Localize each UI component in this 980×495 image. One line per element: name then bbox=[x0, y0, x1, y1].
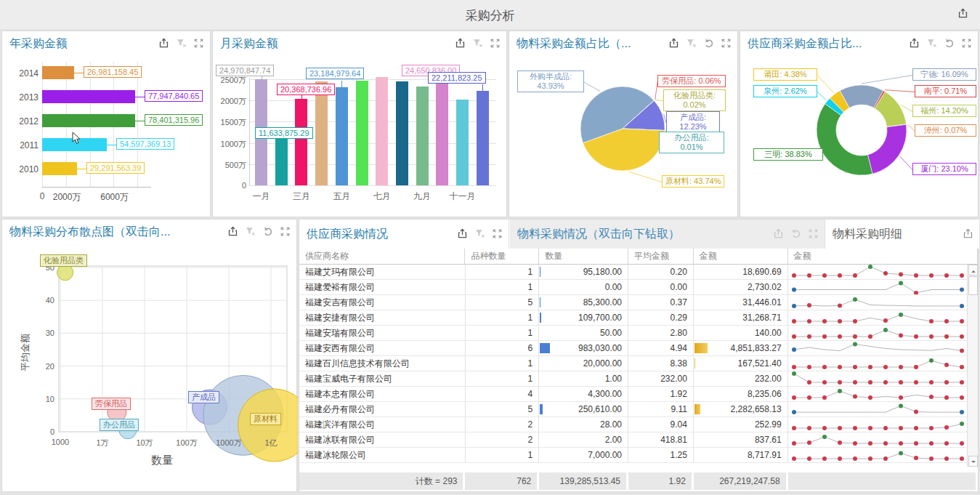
table-row[interactable]: 福建冰联有限公司22.00418.81837.61 bbox=[299, 432, 978, 448]
table-row[interactable]: 福建爱裕有限公司10.000.002,730.02 bbox=[299, 280, 978, 295]
export-icon[interactable] bbox=[457, 228, 468, 239]
column-header-3[interactable]: 平均金额 bbox=[628, 249, 694, 265]
export-icon[interactable] bbox=[227, 226, 238, 237]
fullscreen-icon[interactable] bbox=[721, 38, 732, 49]
bar-2010[interactable] bbox=[42, 162, 77, 175]
undo-icon[interactable] bbox=[262, 226, 273, 237]
table-row[interactable]: 福建百川信息技术有限公司120,000.008.38167,521.40 bbox=[299, 356, 978, 371]
table-panel-headers: 供应商采购情况 物料采购情况（双击向下钻取） 物料采购明细 bbox=[299, 220, 978, 249]
fullscreen-icon[interactable] bbox=[808, 228, 819, 239]
clear-filter-icon[interactable] bbox=[472, 38, 483, 49]
sparkline bbox=[790, 280, 964, 295]
tab-material-purchase[interactable]: 物料采购情况（双击向下钻取） bbox=[510, 220, 825, 249]
bar-六月[interactable] bbox=[356, 81, 368, 185]
tab-material-detail[interactable]: 物料采购明细 bbox=[825, 220, 979, 249]
panel-header: 年采购金额 bbox=[2, 31, 210, 56]
bar-八月[interactable] bbox=[396, 81, 408, 185]
column-header-4[interactable]: 金额 bbox=[694, 249, 788, 265]
undo-icon[interactable] bbox=[790, 228, 801, 239]
bubble-化验用品类[interactable] bbox=[57, 265, 73, 281]
callout-stem bbox=[482, 84, 483, 91]
clear-filter-icon[interactable] bbox=[245, 226, 256, 237]
undo-icon[interactable] bbox=[703, 38, 714, 49]
x-tick-label: 1000万 bbox=[210, 438, 248, 448]
bar-二月[interactable] bbox=[275, 136, 288, 185]
footer-cell: 267,219,247.58 bbox=[694, 472, 786, 490]
column-header-0[interactable]: 供应商名称 bbox=[299, 249, 465, 265]
fullscreen-icon[interactable] bbox=[961, 38, 972, 49]
slice-三明[interactable] bbox=[817, 104, 872, 175]
cell: 1 bbox=[466, 310, 540, 326]
scroll-down-button[interactable] bbox=[968, 456, 978, 467]
cell: 福建必丹有限公司 bbox=[299, 402, 466, 417]
export-icon[interactable] bbox=[455, 38, 466, 49]
cell: 2,730.02 bbox=[694, 280, 788, 295]
slice-label-产成品: 产成品:12.23% bbox=[666, 111, 720, 133]
scroll-up-button[interactable] bbox=[968, 265, 978, 275]
table-row[interactable]: 福建安西有限公司6983,030.004.944,851,833.27 bbox=[299, 341, 978, 356]
bar-三月[interactable] bbox=[295, 99, 307, 185]
table-row[interactable]: 福建安吉有限公司585,300.000.3731,446.01 bbox=[299, 295, 978, 310]
cell: 232.00 bbox=[694, 371, 788, 387]
y-tick-label: 0 bbox=[33, 427, 54, 436]
y-category-label: 2010 bbox=[9, 164, 39, 174]
undo-icon[interactable] bbox=[944, 38, 955, 49]
bar-五月[interactable] bbox=[336, 87, 348, 185]
table-row[interactable]: 福建艾玛有限公司195,180.000.2018,690.69 bbox=[299, 265, 978, 280]
footer-cell: 762 bbox=[465, 472, 537, 490]
export-icon[interactable] bbox=[963, 228, 973, 239]
table-row[interactable]: 福建宝威电子有限公司11.00232.00232.00 bbox=[299, 371, 978, 387]
bar-四月[interactable] bbox=[315, 81, 328, 185]
callout-connector bbox=[74, 73, 84, 73]
export-icon[interactable] bbox=[773, 228, 784, 239]
cell: 20,000.00 bbox=[539, 356, 628, 371]
export-icon[interactable] bbox=[668, 38, 679, 49]
table-row[interactable]: 福建安瑞有限公司150.002.80140.00 bbox=[299, 326, 978, 341]
table-row[interactable]: 福建本忠有限公司44,300.001.928,235.06 bbox=[299, 387, 978, 402]
sparkline bbox=[790, 310, 964, 326]
clear-filter-icon[interactable] bbox=[474, 228, 485, 239]
x-tick-label: 九月 bbox=[405, 190, 440, 203]
bar-七月[interactable] bbox=[376, 77, 388, 185]
callout-connector bbox=[135, 97, 145, 97]
cell: 0.00 bbox=[628, 280, 694, 295]
column-header-2[interactable]: 数量 bbox=[539, 249, 628, 265]
panel-supplier-table: 供应商采购情况 物料采购情况（双击向下钻取） 物料采购明细 bbox=[299, 219, 979, 492]
bar-十月[interactable] bbox=[436, 81, 448, 185]
fullscreen-icon[interactable] bbox=[193, 38, 204, 49]
column-header-1[interactable]: 品种数量 bbox=[465, 249, 539, 265]
clear-filter-icon[interactable] bbox=[686, 38, 697, 49]
bar-十一月[interactable] bbox=[456, 100, 469, 185]
table-row[interactable]: 福建冰轮限公司17,000.001.258,717.91 bbox=[299, 448, 978, 463]
bar-2013[interactable] bbox=[42, 90, 135, 103]
column-header-5[interactable]: 金额 bbox=[788, 249, 978, 265]
slice-厦门[interactable] bbox=[867, 124, 907, 174]
table-row[interactable]: 福建滨洋有限公司228.009.04252.99 bbox=[299, 417, 978, 432]
export-icon[interactable] bbox=[909, 38, 920, 49]
fullscreen-icon[interactable] bbox=[490, 38, 501, 49]
panel-title: 物料采购金额占比（... bbox=[517, 37, 631, 49]
leader-line bbox=[862, 76, 912, 84]
scrollbar-thumb[interactable] bbox=[968, 276, 978, 295]
y-tick-label: 0 bbox=[214, 181, 246, 190]
bar-2012[interactable] bbox=[42, 114, 135, 127]
bar-九月[interactable] bbox=[416, 86, 429, 185]
export-icon[interactable] bbox=[957, 8, 968, 19]
fullscreen-icon[interactable] bbox=[280, 226, 291, 237]
cell: 983,030.00 bbox=[539, 341, 628, 356]
slice-label-原材料: 原材料: 43.74% bbox=[662, 175, 724, 188]
fullscreen-icon[interactable] bbox=[492, 228, 503, 239]
clear-filter-icon[interactable] bbox=[926, 38, 937, 49]
table-row[interactable]: 福建安捷有限公司1109,700.000.2931,268.71 bbox=[299, 310, 978, 326]
table-scrollbar[interactable] bbox=[967, 265, 978, 467]
bar-2014[interactable] bbox=[42, 66, 74, 79]
panel-header: 物料采购分布散点图（双击向... bbox=[2, 220, 296, 244]
tab-supplier-purchase[interactable]: 供应商采购情况 bbox=[299, 220, 509, 249]
export-icon[interactable] bbox=[158, 38, 169, 49]
table-row[interactable]: 福建必丹有限公司5250,610.009.112,282,658.13 bbox=[299, 402, 978, 417]
footer-cell: 计数 = 293 bbox=[299, 472, 463, 490]
panel-title: 物料采购分布散点图（双击向... bbox=[9, 225, 170, 238]
bar-十二月[interactable] bbox=[477, 91, 489, 185]
clear-filter-icon[interactable] bbox=[176, 38, 187, 49]
panel-scatter: 物料采购分布散点图（双击向... 平均金额 数量 010203040501000… bbox=[1, 219, 297, 492]
